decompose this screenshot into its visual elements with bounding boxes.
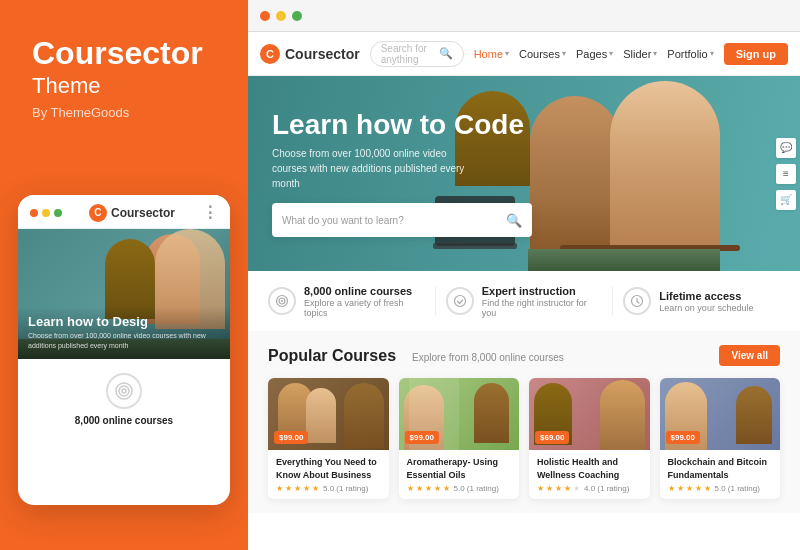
view-all-button[interactable]: View all	[719, 345, 780, 366]
courses-grid: $99.00 Everything You Need to Know About…	[268, 378, 780, 499]
course-img-3: $69.00	[529, 378, 650, 450]
desktop-search-bar[interactable]: Search for anything 🔍	[370, 41, 464, 67]
course-info-3: Holistic Health and Wellness Coaching ★ …	[529, 450, 650, 499]
side-icon-2[interactable]: ≡	[776, 164, 796, 184]
course-stars-1: ★ ★ ★ ★ ★ 5.0 (1 rating)	[276, 484, 381, 493]
course-name-2: Aromatherapy- Using Essential Oils	[407, 456, 512, 481]
course-info-2: Aromatherapy- Using Essential Oils ★ ★ ★…	[399, 450, 520, 499]
stat-access-icon	[623, 287, 651, 315]
svg-point-1	[119, 386, 129, 396]
nav-link-courses[interactable]: Courses ▾	[519, 48, 566, 60]
mobile-hero-overlay: Learn how to Desig Choose from over 100,…	[18, 306, 230, 359]
stat-courses-desc: Explore a variety of fresh topics	[304, 298, 425, 318]
desktop-navbar: C Coursector Search for anything 🔍 Home …	[248, 32, 800, 76]
brand-title: Coursector	[32, 36, 216, 71]
hero-title: Learn how to Code	[272, 110, 532, 141]
nav-link-pages[interactable]: Pages ▾	[576, 48, 613, 60]
course-card-4[interactable]: $99.00 Blockchain and Bitcoin Fundamenta…	[660, 378, 781, 499]
brand-subtitle: Theme	[32, 73, 216, 99]
course-name-3: Holistic Health and Wellness Coaching	[537, 456, 642, 481]
course-card-1[interactable]: $99.00 Everything You Need to Know About…	[268, 378, 389, 499]
hero-search-icon: 🔍	[506, 213, 522, 228]
course-info-1: Everything You Need to Know About Busine…	[268, 450, 389, 499]
side-icons: 💬 ≡ 🛒	[772, 134, 800, 214]
svg-point-5	[281, 300, 283, 302]
dot-red	[30, 209, 38, 217]
stat-divider-1	[435, 286, 436, 316]
course-rating-3: 4.0 (1 rating)	[584, 484, 629, 493]
desktop-logo-text: Coursector	[285, 46, 360, 62]
course-card-2[interactable]: $99.00 Aromatherapy- Using Essential Oil…	[399, 378, 520, 499]
mobile-hero-desc: Choose from over 100,000 online video co…	[28, 331, 220, 351]
stat-access-desc: Learn on your schedule	[659, 303, 753, 313]
stat-courses: 8,000 online courses Explore a variety o…	[268, 285, 425, 318]
course-card-3[interactable]: $69.00 Holistic Health and Wellness Coac…	[529, 378, 650, 499]
course-price-4: $99.00	[666, 431, 700, 444]
browser-dot-green	[292, 11, 302, 21]
target-icon	[106, 373, 142, 409]
course-rating-2: 5.0 (1 rating)	[454, 484, 499, 493]
course-rating-1: 5.0 (1 rating)	[323, 484, 368, 493]
desktop-nav-links: Home ▾ Courses ▾ Pages ▾ Slider ▾ Portfo…	[474, 43, 788, 65]
side-icon-1[interactable]: 💬	[776, 138, 796, 158]
browser-dot-yellow	[276, 11, 286, 21]
stat-instruction-icon	[446, 287, 474, 315]
course-info-4: Blockchain and Bitcoin Fundamentals ★ ★ …	[660, 450, 781, 499]
desktop-nav-logo[interactable]: C Coursector	[260, 44, 360, 64]
course-price-2: $99.00	[405, 431, 439, 444]
course-name-1: Everything You Need to Know About Busine…	[276, 456, 381, 481]
browser-bar	[248, 0, 800, 32]
stat-access-title: Lifetime access	[659, 290, 753, 302]
stat-courses-icon	[268, 287, 296, 315]
hero-description: Choose from over 100,000 online video co…	[272, 146, 472, 191]
desktop-mockup: C Coursector Search for anything 🔍 Home …	[248, 0, 800, 550]
nav-link-slider[interactable]: Slider ▾	[623, 48, 657, 60]
course-stars-3: ★ ★ ★ ★ ★ 4.0 (1 rating)	[537, 484, 642, 493]
mobile-menu-icon[interactable]: ⋮	[202, 203, 218, 222]
course-img-4: $99.00	[660, 378, 781, 450]
course-stars-2: ★ ★ ★ ★ ★ 5.0 (1 rating)	[407, 484, 512, 493]
course-stars-4: ★ ★ ★ ★ ★ 5.0 (1 rating)	[668, 484, 773, 493]
mobile-dots	[30, 209, 62, 217]
side-icon-3[interactable]: 🛒	[776, 190, 796, 210]
desktop-logo-icon: C	[260, 44, 280, 64]
courses-header: Popular Courses Explore from 8,000 onlin…	[268, 345, 780, 366]
svg-point-2	[122, 389, 126, 393]
mobile-hero-title: Learn how to Desig	[28, 314, 220, 329]
course-rating-4: 5.0 (1 rating)	[715, 484, 760, 493]
mobile-mockup: C Coursector ⋮ Learn how to Desig Choose…	[18, 195, 230, 505]
mobile-hero-section: Learn how to Desig Choose from over 100,…	[18, 229, 230, 359]
svg-point-6	[454, 296, 465, 307]
mobile-top-bar: C Coursector ⋮	[18, 195, 230, 229]
mobile-logo: C Coursector	[89, 204, 175, 222]
search-placeholder-text: Search for anything	[381, 43, 439, 65]
course-img-1: $99.00	[268, 378, 389, 450]
stat-access: Lifetime access Learn on your schedule	[623, 287, 780, 315]
stats-bar: 8,000 online courses Explore a variety o…	[248, 271, 800, 331]
stat-instruction-title: Expert instruction	[482, 285, 603, 297]
mobile-courses-label: 8,000 online courses	[30, 415, 218, 426]
dot-green	[54, 209, 62, 217]
courses-title: Popular Courses	[268, 347, 396, 365]
brand-by: By ThemeGoods	[32, 105, 216, 120]
hero-search-bar[interactable]: What do you want to learn? 🔍	[272, 203, 532, 237]
stat-divider-2	[612, 286, 613, 316]
signup-button[interactable]: Sign up	[724, 43, 788, 65]
courses-section: Popular Courses Explore from 8,000 onlin…	[248, 331, 800, 513]
course-img-2: $99.00	[399, 378, 520, 450]
course-name-4: Blockchain and Bitcoin Fundamentals	[668, 456, 773, 481]
mobile-bottom-section: 8,000 online courses	[18, 359, 230, 436]
nav-link-home[interactable]: Home ▾	[474, 48, 509, 60]
mobile-logo-text: Coursector	[111, 206, 175, 220]
nav-link-portfolio[interactable]: Portfolio ▾	[667, 48, 713, 60]
browser-dot-red	[260, 11, 270, 21]
dot-yellow	[42, 209, 50, 217]
desktop-hero: Learn how to Code Choose from over 100,0…	[248, 76, 800, 271]
hero-content: Learn how to Code Choose from over 100,0…	[272, 110, 532, 238]
stat-courses-title: 8,000 online courses	[304, 285, 425, 297]
course-price-3: $69.00	[535, 431, 569, 444]
mobile-logo-icon: C	[89, 204, 107, 222]
stat-instruction: Expert instruction Find the right instru…	[446, 285, 603, 318]
course-price-1: $99.00	[274, 431, 308, 444]
stat-instruction-desc: Find the right instructor for you	[482, 298, 603, 318]
